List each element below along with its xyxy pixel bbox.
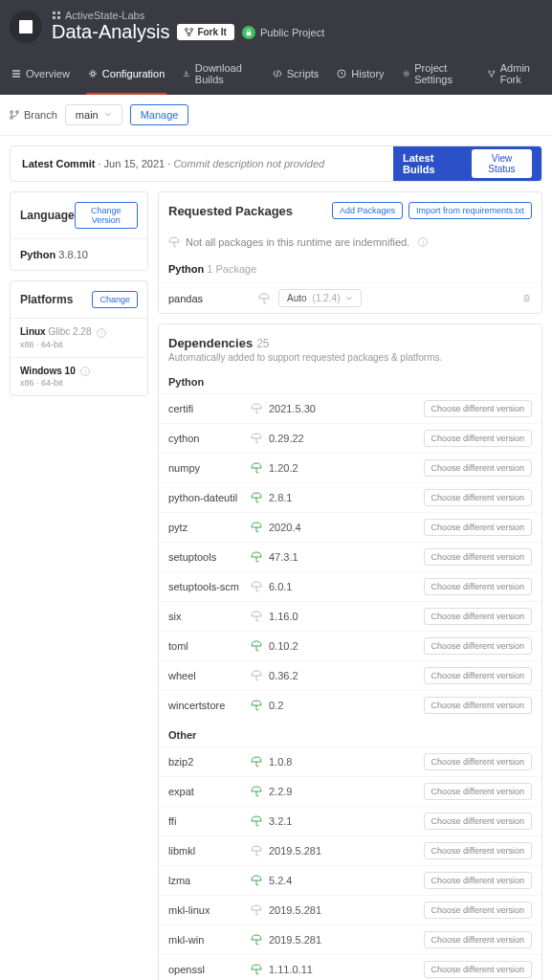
dep-version: 1.16.0: [269, 611, 298, 622]
change-version-button[interactable]: Change Version: [75, 202, 138, 229]
dep-version: 0.10.2: [269, 640, 298, 652]
info-icon[interactable]: i: [80, 367, 90, 376]
choose-version-button[interactable]: Choose different version: [424, 578, 532, 595]
svg-point-12: [489, 71, 491, 73]
choose-version-button[interactable]: Choose different version: [424, 548, 532, 566]
choose-version-button[interactable]: Choose different version: [424, 872, 532, 889]
choose-version-button[interactable]: Choose different version: [424, 783, 532, 800]
svg-rect-0: [53, 11, 55, 14]
svg-point-15: [11, 111, 13, 114]
svg-rect-3: [57, 16, 60, 19]
tab-settings[interactable]: Project Settings: [401, 55, 473, 95]
change-platforms-button[interactable]: Change: [92, 291, 138, 308]
manage-button[interactable]: Manage: [130, 104, 189, 125]
deps-group-other: Other: [159, 720, 541, 746]
org-breadcrumb[interactable]: ActiveState-Labs: [52, 10, 324, 21]
umbrella-icon: [250, 492, 263, 503]
platforms-card: Platforms Change Linux Glibc 2.28 ix86 ·…: [10, 280, 148, 396]
logo: [10, 11, 42, 43]
indemnification-notice: Not all packages in this runtime are ind…: [159, 229, 541, 256]
choose-version-button[interactable]: Choose different version: [424, 637, 532, 655]
tab-history[interactable]: History: [335, 55, 386, 95]
dep-name: ffi: [168, 815, 250, 827]
dep-name: expat: [168, 786, 250, 797]
dep-version: 2.8.1: [269, 492, 292, 503]
dep-version: 5.2.4: [269, 875, 292, 886]
umbrella-icon: [250, 640, 263, 652]
app-header: ActiveState-Labs Data-Analysis Fork It P…: [0, 0, 552, 95]
branch-select[interactable]: main: [65, 104, 122, 125]
dep-name: certifi: [168, 403, 250, 414]
language-card: Language Change Version Python 3.8.10: [10, 191, 148, 271]
dep-version: 2019.5.281: [269, 934, 321, 946]
dependency-row: lzma5.2.4Choose different version: [159, 865, 541, 895]
umbrella-icon: [250, 815, 263, 827]
umbrella-icon: [250, 462, 263, 474]
platforms-title: Platforms: [20, 293, 73, 306]
delete-package-button[interactable]: [521, 293, 532, 303]
settings-icon: [403, 69, 410, 78]
choose-version-button[interactable]: Choose different version: [424, 667, 532, 684]
version-select[interactable]: Auto (1.2.4): [278, 289, 362, 307]
nav-tabs: Overview Configuration Download Builds S…: [10, 55, 542, 95]
view-status-button[interactable]: View Status: [472, 149, 532, 178]
dep-name: pytz: [168, 522, 250, 533]
fork-button[interactable]: Fork It: [177, 24, 234, 40]
choose-version-button[interactable]: Choose different version: [424, 519, 532, 536]
commit-date: Jun 15, 2021: [104, 158, 166, 169]
umbrella-icon: [168, 236, 180, 248]
dependency-row: wheel0.36.2Choose different version: [159, 660, 541, 690]
umbrella-icon: [250, 581, 263, 592]
tab-configuration[interactable]: Configuration: [86, 55, 166, 95]
tab-scripts[interactable]: Scripts: [271, 55, 321, 95]
org-name: ActiveState-Labs: [65, 10, 144, 21]
choose-version-button[interactable]: Choose different version: [424, 697, 532, 714]
choose-version-button[interactable]: Choose different version: [424, 902, 532, 919]
history-icon: [337, 69, 346, 78]
dep-version: 2021.5.30: [269, 403, 316, 414]
choose-version-button[interactable]: Choose different version: [424, 608, 532, 625]
umbrella-icon: [257, 293, 271, 304]
choose-version-button[interactable]: Choose different version: [424, 400, 532, 417]
dep-name: toml: [168, 640, 250, 652]
chevron-down-icon: [104, 111, 112, 119]
dep-version: 0.36.2: [269, 670, 298, 681]
tab-overview[interactable]: Overview: [10, 55, 72, 95]
umbrella-icon: [250, 934, 263, 946]
choose-version-button[interactable]: Choose different version: [424, 459, 532, 477]
choose-version-button[interactable]: Choose different version: [424, 961, 532, 978]
commit-bar: Latest Commit · Jun 15, 2021 · Commit de…: [10, 145, 542, 182]
dep-version: 47.3.1: [269, 551, 298, 563]
umbrella-icon: [250, 700, 263, 711]
tab-admin[interactable]: Admin Fork: [486, 55, 542, 95]
info-icon[interactable]: i: [97, 328, 106, 338]
dependency-row: mkl-win2019.5.281Choose different versio…: [159, 924, 541, 954]
svg-rect-2: [53, 16, 55, 19]
choose-version-button[interactable]: Choose different version: [424, 489, 532, 506]
choose-version-button[interactable]: Choose different version: [424, 842, 532, 859]
add-packages-button[interactable]: Add Packages: [332, 202, 403, 219]
commit-desc: Commit description not provided: [173, 158, 324, 169]
tab-download[interactable]: Download Builds: [181, 55, 255, 95]
info-icon[interactable]: i: [418, 237, 428, 247]
admin-fork-icon: [488, 69, 496, 78]
svg-point-13: [493, 71, 495, 73]
choose-version-button[interactable]: Choose different version: [424, 813, 532, 830]
package-row: pandas Auto (1.2.4): [159, 282, 541, 313]
dep-version: 6.0.1: [269, 581, 292, 592]
language-name: Python: [20, 249, 55, 260]
deps-count: 25: [256, 337, 269, 350]
choose-version-button[interactable]: Choose different version: [424, 430, 532, 447]
import-requirements-button[interactable]: Import from requirements.txt: [408, 202, 532, 219]
branch-bar: Branch main Manage: [0, 95, 552, 136]
dependency-row: numpy1.20.2Choose different version: [159, 453, 541, 482]
requested-title: Requested Packages: [168, 204, 293, 218]
dep-name: wincertstore: [168, 700, 250, 711]
choose-version-button[interactable]: Choose different version: [424, 931, 532, 948]
lock-icon: [242, 26, 255, 39]
dependency-row: six1.16.0Choose different version: [159, 601, 541, 631]
choose-version-button[interactable]: Choose different version: [424, 753, 532, 770]
platform-name: Linux: [20, 326, 46, 337]
language-version: 3.8.10: [58, 249, 88, 260]
deps-group-python: Python: [159, 367, 541, 393]
